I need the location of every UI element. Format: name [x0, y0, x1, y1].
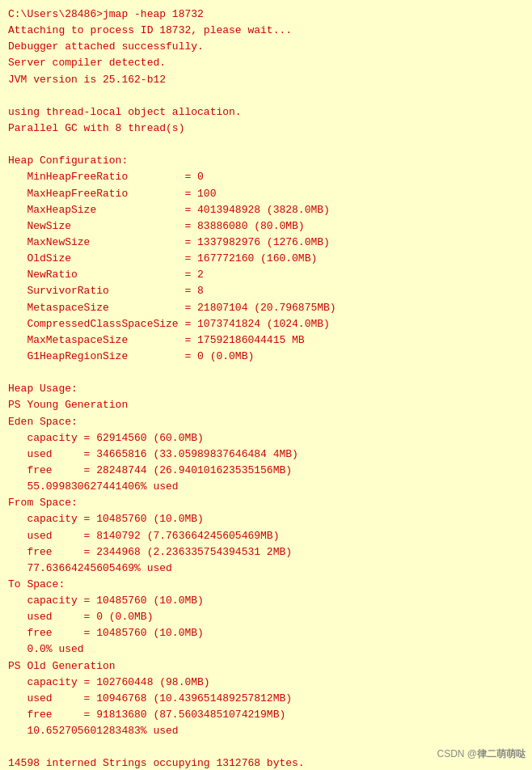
watermark-prefix: CSDN @	[437, 748, 477, 759]
terminal-output: C:\Users\28486>jmap -heap 18732 Attachin…	[8, 6, 524, 770]
watermark-username: 律二萌萌哒	[477, 748, 526, 759]
watermark: CSDN @律二萌萌哒	[437, 747, 526, 762]
